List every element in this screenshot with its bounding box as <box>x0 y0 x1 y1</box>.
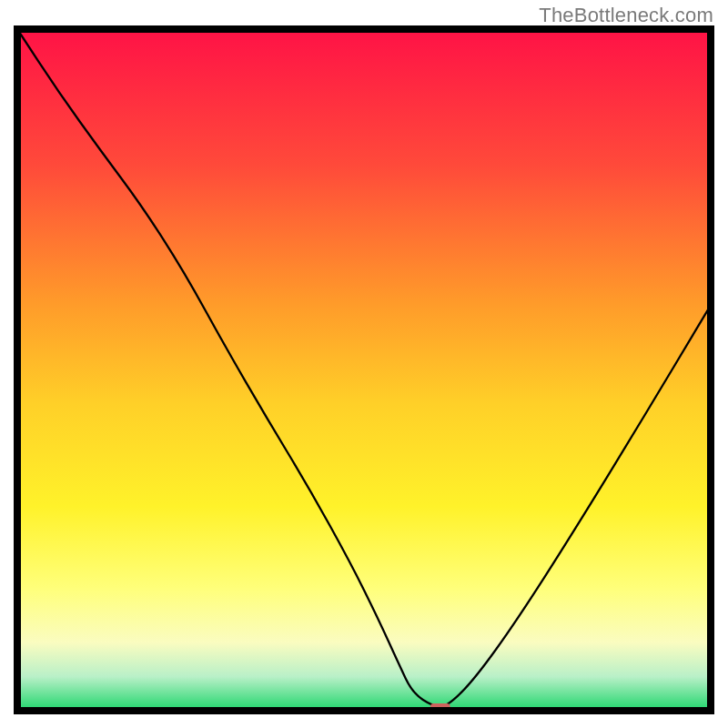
chart-svg <box>14 25 714 714</box>
chart-frame <box>14 25 714 714</box>
plot-background <box>17 29 711 711</box>
watermark-text: TheBottleneck.com <box>539 4 713 27</box>
chart-container: TheBottleneck.com <box>0 0 728 728</box>
